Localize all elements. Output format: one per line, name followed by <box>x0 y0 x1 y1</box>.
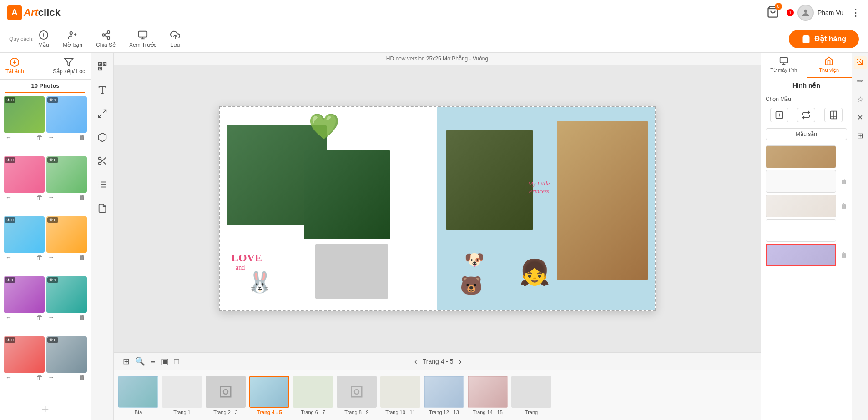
thumb-trang1[interactable]: Trang 1 <box>162 376 202 415</box>
photo-item-2[interactable]: 👁1 <box>46 96 87 133</box>
photo-block-left-medium[interactable] <box>304 150 390 239</box>
order-button[interactable]: Đặt hàng <box>789 30 859 48</box>
thumb-img-trang1011[interactable] <box>380 376 420 408</box>
swatch-light[interactable] <box>766 195 836 217</box>
scissors-tool[interactable] <box>94 153 111 169</box>
photo-delete-icon[interactable]: 🗑 <box>36 194 43 201</box>
more-menu-icon[interactable]: ⋮ <box>851 7 861 19</box>
photo-delete-icon[interactable]: 🗑 <box>36 134 43 141</box>
thumb-trang-extra[interactable]: Trang <box>511 376 551 415</box>
toolbar-xem-truoc[interactable]: Xem Trước <box>129 30 156 48</box>
photo-item-7[interactable]: 👁1 <box>4 276 45 313</box>
photo-item-10[interactable]: 👁0 <box>46 336 87 373</box>
layout-icon[interactable]: ▣ <box>161 356 169 366</box>
photo-delete-icon[interactable]: 🗑 <box>36 374 43 381</box>
expand-tool[interactable] <box>94 105 111 122</box>
swatch-white2[interactable] <box>766 219 836 242</box>
cube-tool[interactable] <box>94 129 111 145</box>
photo-delete-icon[interactable]: 🗑 <box>36 314 43 321</box>
photo-item-6[interactable]: 👁0 <box>46 216 87 253</box>
photo-move-icon[interactable]: ↔ <box>5 374 12 381</box>
thumb-trang89[interactable]: Trang 8 - 9 <box>337 376 377 415</box>
thumb-img-trang45[interactable] <box>249 376 289 408</box>
list-view-icon[interactable]: ≡ <box>151 357 156 366</box>
photo-move-icon[interactable]: ↔ <box>5 254 12 261</box>
thumb-img-trang89[interactable] <box>337 376 377 408</box>
grid-view-icon[interactable]: ⊞ <box>123 356 130 366</box>
mau-book-option[interactable] <box>824 108 843 122</box>
thumb-trang1213[interactable]: Trang 12 - 13 <box>424 376 464 415</box>
swatch-delete-icon[interactable]: 🗑 <box>841 178 847 185</box>
thumb-img-trang1213[interactable] <box>424 376 464 408</box>
thumb-img-trang1[interactable] <box>162 376 202 408</box>
thumb-trang67[interactable]: Trang 6 - 7 <box>293 376 333 415</box>
photo-block-right-center[interactable] <box>446 130 533 230</box>
thumb-img-trang1415[interactable] <box>468 376 508 408</box>
thumb-trang23[interactable]: Trang 2 - 3 <box>206 376 246 415</box>
thumb-trang1011[interactable]: Trang 10 - 11 <box>380 376 420 415</box>
toolbar-moi-ban[interactable]: Mời bạn <box>63 30 82 48</box>
grid-side-icon[interactable]: ⊞ <box>854 129 867 142</box>
list-tool[interactable] <box>94 176 111 193</box>
photo-block-left-bottom[interactable] <box>315 244 388 299</box>
star-side-icon[interactable]: ☆ <box>854 93 867 105</box>
document-tool[interactable] <box>94 200 111 216</box>
photo-delete-icon[interactable]: 🗑 <box>79 374 85 381</box>
thumb-img-trang-extra[interactable] <box>511 376 551 408</box>
swatch-delete-icon[interactable]: 🗑 <box>841 202 847 210</box>
tab-tu-may-tinh[interactable]: Từ máy tính <box>761 53 807 78</box>
photo-block-right-main[interactable] <box>557 121 648 280</box>
photo-delete-icon[interactable]: 🗑 <box>79 194 85 201</box>
tab-thu-vien[interactable]: Thư viện <box>807 53 852 78</box>
photo-item-9[interactable]: 👁0 <box>4 336 45 373</box>
toolbar-chia-se[interactable]: Chia Sẻ <box>96 30 116 48</box>
mau-san-button[interactable]: Mẫu sẵn <box>766 128 847 140</box>
thumb-img-bia[interactable] <box>118 376 158 408</box>
swatch-tan[interactable] <box>766 145 836 168</box>
page-icon[interactable]: □ <box>174 357 179 366</box>
photo-delete-icon[interactable]: 🗑 <box>79 254 85 261</box>
thumb-trang1415[interactable]: Trang 14 - 15 <box>468 376 508 415</box>
photo-item-3[interactable]: 👁0 <box>4 156 45 193</box>
canvas-right-page[interactable]: My LittlePrincess 👧 🐻 🐶 <box>437 107 655 310</box>
photo-move-icon[interactable]: ↔ <box>5 194 12 201</box>
edit-side-icon[interactable]: ✏ <box>854 75 867 87</box>
photo-move-icon[interactable]: ↔ <box>48 374 55 381</box>
photo-item-1[interactable]: 👁0 <box>4 96 45 133</box>
mau-add-option[interactable] <box>770 108 788 122</box>
text-tool[interactable] <box>94 82 111 98</box>
swatch-delete-icon[interactable]: 🗑 <box>841 251 847 259</box>
toolbar-mau[interactable]: Mẫu <box>38 30 49 48</box>
qr-code-tool[interactable] <box>94 58 111 75</box>
next-page-button[interactable]: › <box>459 357 462 366</box>
search-icon[interactable]: 🔍 <box>135 356 145 366</box>
toolbar-luu[interactable]: Lưu <box>170 30 180 48</box>
photo-move-icon[interactable]: ↔ <box>48 194 55 201</box>
swatch-lavender[interactable] <box>766 244 836 266</box>
photo-move-icon[interactable]: ↔ <box>48 314 55 321</box>
photo-item-8[interactable]: 👁1 <box>46 276 87 313</box>
canvas-left-page[interactable]: 💚 LOVE and 🐰 <box>220 107 437 310</box>
canvas-book[interactable]: 💚 LOVE and 🐰 <box>219 106 656 311</box>
thumb-img-trang67[interactable] <box>293 376 333 408</box>
photo-move-icon[interactable]: ↔ <box>5 134 12 141</box>
photo-item-4[interactable]: 👁0 <box>46 156 87 193</box>
photo-move-icon[interactable]: ↔ <box>48 134 55 141</box>
cart-icon[interactable]: 0 <box>767 5 779 20</box>
photo-move-icon[interactable]: ↔ <box>5 314 12 321</box>
photo-move-icon[interactable]: ↔ <box>48 254 55 261</box>
thumb-bia[interactable]: Bìa <box>118 376 158 415</box>
swatch-white[interactable] <box>766 170 836 193</box>
photo-delete-icon[interactable]: 🗑 <box>79 314 85 321</box>
photo-delete-icon[interactable]: 🗑 <box>36 254 43 261</box>
close-side-icon[interactable]: ✕ <box>854 111 867 124</box>
photo-delete-icon[interactable]: 🗑 <box>79 134 85 141</box>
mau-swap-option[interactable] <box>797 108 815 122</box>
user-info[interactable]: 1 Pham Vu <box>787 5 843 21</box>
photo-item-5[interactable]: 👁0 <box>4 216 45 253</box>
prev-page-button[interactable]: ‹ <box>414 357 417 366</box>
tai-anh-button[interactable]: Tải ảnh <box>5 57 24 75</box>
thumb-trang45[interactable]: Trang 4 - 5 <box>249 376 289 415</box>
image-side-icon[interactable]: 🖼 <box>854 56 867 69</box>
sap-xep-button[interactable]: Sắp xếp/ Lọc <box>53 57 85 75</box>
